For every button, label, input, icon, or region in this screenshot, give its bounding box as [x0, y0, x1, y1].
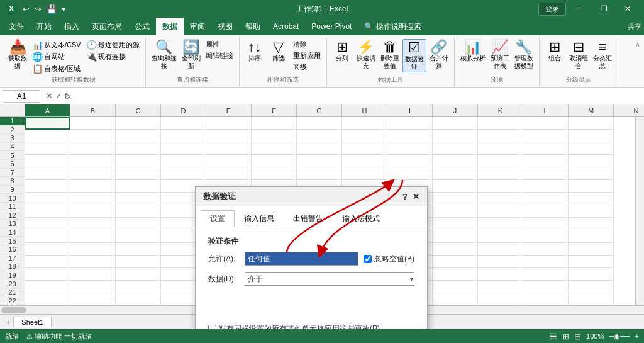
cell-8-1[interactable] — [70, 205, 116, 218]
cell-9-12[interactable] — [569, 218, 614, 230]
cell-4-0[interactable] — [25, 155, 70, 167]
whatif-btn[interactable]: 📊 模拟分析 — [458, 39, 487, 64]
cell-5-5[interactable] — [252, 167, 297, 180]
cell-13-11[interactable] — [523, 268, 569, 281]
tab-file[interactable]: 文件 — [3, 18, 30, 35]
cell-11-10[interactable] — [478, 243, 523, 256]
cell-L1[interactable] — [523, 117, 569, 130]
cell-14-9[interactable] — [433, 281, 478, 293]
cell-G1[interactable] — [297, 117, 342, 130]
clear-btn[interactable]: 清除 — [291, 39, 323, 50]
cell-10-1[interactable] — [70, 230, 116, 243]
from-table-btn[interactable]: 📋自表格/区域 — [30, 63, 83, 74]
cell-11-12[interactable] — [569, 243, 614, 256]
flash-fill-btn[interactable]: ⚡ 快速填充 — [355, 39, 377, 71]
cell-4-2[interactable] — [116, 155, 161, 167]
row-header-2[interactable]: 2 — [0, 126, 25, 135]
col-header-I[interactable]: I — [387, 104, 433, 116]
data-select[interactable]: 介于 不介于 等于 不等于 大于 小于 大于或等于 小于或等于 — [245, 272, 414, 286]
col-header-B[interactable]: B — [70, 104, 116, 116]
tab-review[interactable]: 审阅 — [184, 18, 211, 35]
cell-6-12[interactable] — [569, 180, 614, 193]
cell-7-2[interactable] — [116, 193, 161, 205]
cell-2-4[interactable] — [206, 130, 252, 142]
cell-11-11[interactable] — [523, 243, 569, 256]
cell-9-9[interactable] — [433, 218, 478, 230]
split-btn[interactable]: ⊞ 分列 — [331, 39, 353, 64]
cell-6-0[interactable] — [25, 180, 70, 193]
cell-4-5[interactable] — [252, 155, 297, 167]
cell-5-3[interactable] — [161, 167, 206, 180]
row-header-7[interactable]: 7 — [0, 169, 25, 177]
dialog-tab-error-alert[interactable]: 出错警告 — [284, 210, 333, 227]
cell-2-7[interactable] — [342, 130, 387, 142]
cell-15-1[interactable] — [70, 293, 116, 305]
cell-6-2[interactable] — [116, 180, 161, 193]
cell-3-3[interactable] — [161, 142, 206, 155]
cell-K1[interactable] — [478, 117, 523, 130]
cell-2-3[interactable] — [161, 130, 206, 142]
cell-15-2[interactable] — [116, 293, 161, 305]
cell-9-2[interactable] — [116, 218, 161, 230]
formula-input[interactable] — [74, 90, 641, 103]
dialog-tab-input-msg[interactable]: 输入信息 — [235, 210, 284, 227]
cell-14-10[interactable] — [478, 281, 523, 293]
cell-3-0[interactable] — [25, 142, 70, 155]
cell-3-6[interactable] — [297, 142, 342, 155]
cell-H1[interactable] — [342, 117, 387, 130]
cell-3-8[interactable] — [387, 142, 433, 155]
properties-btn[interactable]: 属性 — [204, 39, 235, 50]
cell-2-0[interactable] — [25, 130, 70, 142]
cell-6-10[interactable] — [478, 180, 523, 193]
cell-13-0[interactable] — [25, 268, 70, 281]
cell-10-9[interactable] — [433, 230, 478, 243]
refresh-all-btn[interactable]: 🔄 全部刷新 — [180, 39, 203, 71]
cell-3-7[interactable] — [342, 142, 387, 155]
tab-home[interactable]: 开始 — [30, 18, 58, 35]
cell-4-8[interactable] — [387, 155, 433, 167]
cell-12-2[interactable] — [116, 256, 161, 268]
cell-5-4[interactable] — [206, 167, 252, 180]
col-header-D[interactable]: D — [161, 104, 206, 116]
cell-10-11[interactable] — [523, 230, 569, 243]
restore-btn[interactable]: ❐ — [592, 1, 615, 16]
cell-7-9[interactable] — [433, 193, 478, 205]
save-quick-btn[interactable]: 💾 — [45, 4, 58, 14]
cell-12-1[interactable] — [70, 256, 116, 268]
filter-btn[interactable]: ▽ 筛选 — [267, 39, 290, 64]
zoom-slider[interactable]: ─◉── — [609, 332, 630, 340]
cell-10-12[interactable] — [569, 230, 614, 243]
col-header-J[interactable]: J — [433, 104, 478, 116]
sort-btn[interactable]: ↑↓ 排序 — [243, 39, 266, 64]
cell-6-11[interactable] — [523, 180, 569, 193]
cell-9-10[interactable] — [478, 218, 523, 230]
close-btn[interactable]: ✕ — [616, 1, 639, 16]
row-header-11[interactable]: 11 — [0, 203, 25, 211]
cell-12-11[interactable] — [523, 256, 569, 268]
cell-4-11[interactable] — [523, 155, 569, 167]
cell-3-4[interactable] — [206, 142, 252, 155]
edit-links-btn[interactable]: 编辑链接 — [204, 50, 235, 61]
cell-3-12[interactable] — [569, 142, 614, 155]
cell-D1[interactable] — [161, 117, 206, 130]
tab-insert[interactable]: 插入 — [58, 18, 86, 35]
cell-4-10[interactable] — [478, 155, 523, 167]
query-conn-btn[interactable]: 🔍 查询和连接 — [150, 39, 179, 71]
confirm-formula-icon[interactable]: ✓ — [55, 91, 62, 101]
sheet-tab-sheet1[interactable]: Sheet1 — [13, 317, 52, 327]
vertical-scrollbar[interactable] — [635, 117, 644, 305]
cell-2-2[interactable] — [116, 130, 161, 142]
row-header-4[interactable]: 4 — [0, 143, 25, 152]
cell-15-11[interactable] — [523, 293, 569, 305]
cell-12-12[interactable] — [569, 256, 614, 268]
row-header-14[interactable]: 14 — [0, 228, 25, 237]
row-header-19[interactable]: 19 — [0, 271, 25, 280]
existing-conn-btn[interactable]: 🔌现有连接 — [84, 51, 142, 62]
view-pagelayout-icon[interactable]: ⊞ — [562, 332, 569, 341]
cell-5-12[interactable] — [569, 167, 614, 180]
col-header-N[interactable]: N — [614, 104, 644, 116]
tab-powerpivot[interactable]: Power Pivot — [305, 18, 358, 35]
cell-4-6[interactable] — [297, 155, 342, 167]
cell-8-10[interactable] — [478, 205, 523, 218]
cell-5-1[interactable] — [70, 167, 116, 180]
